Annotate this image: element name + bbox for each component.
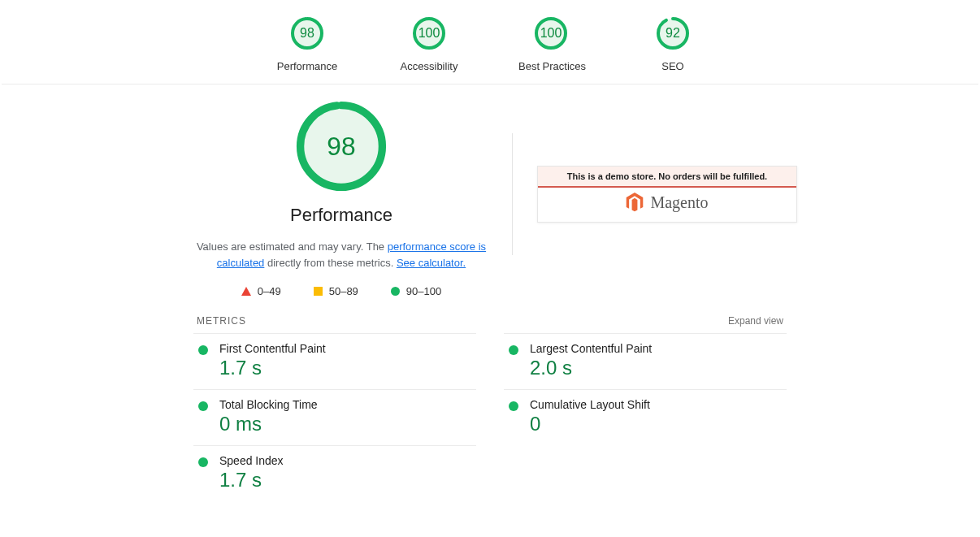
legend-average: 50–89 [314,285,358,297]
gauge-label: SEO [640,60,705,72]
demo-store-banner: This is a demo store. No orders will be … [538,167,796,188]
score-gauges-row: 98Performance100Accessibility100Best Pra… [0,0,980,84]
see-calculator-link[interactable]: See calculator. [397,257,466,269]
performance-title: Performance [195,205,488,226]
pass-dot-icon [509,401,518,411]
metric-total-blocking-time: Total Blocking Time0 ms [193,389,476,445]
gauge-label: Accessibility [397,60,462,72]
metric-first-contentful-paint: First Contentful Paint1.7 s [193,333,476,389]
expand-view-toggle[interactable]: Expand view [728,315,783,327]
circle-icon [391,287,400,296]
pass-dot-icon [198,345,208,355]
performance-score-large: 98 [327,132,355,161]
metric-cumulative-layout-shift: Cumulative Layout Shift0 [504,389,787,445]
gauge-score: 100 [418,26,440,40]
performance-notes: Values are estimated and may vary. The p… [195,239,488,271]
square-icon [314,287,323,296]
metrics-grid: First Contentful Paint1.7 sLargest Conte… [0,333,980,518]
metric-value: 0 [530,413,650,435]
performance-gauge-large: 98 [195,101,488,195]
legend-pass-range: 90–100 [406,285,441,297]
metric-value: 1.7 s [219,469,284,492]
notes-middle: directly from these metrics. [264,257,397,269]
pass-dot-icon [198,401,208,411]
magento-icon [626,193,644,212]
metric-speed-index: Speed Index1.7 s [193,445,476,501]
gauge-label: Best Practices [518,60,583,72]
legend-average-range: 50–89 [329,285,358,297]
metric-value: 2.0 s [530,357,652,379]
metric-value: 1.7 s [219,357,326,379]
page-preview-thumbnail: This is a demo store. No orders will be … [537,166,797,223]
triangle-icon [241,287,251,296]
pass-dot-icon [509,345,518,355]
metric-name: Largest Contentful Paint [530,342,652,355]
gauge-score: 98 [300,26,314,40]
metric-name: Speed Index [219,454,284,467]
gauge-accessibility[interactable]: 100Accessibility [397,15,462,72]
pass-dot-icon [198,457,208,467]
magento-wordmark: Magento [650,193,708,212]
metric-name: Total Blocking Time [219,398,318,411]
notes-prefix: Values are estimated and may vary. The [197,240,388,253]
gauge-best-practices[interactable]: 100Best Practices [518,15,583,72]
metric-name: First Contentful Paint [219,342,326,355]
legend-pass: 90–100 [391,285,441,297]
metric-largest-contentful-paint: Largest Contentful Paint2.0 s [504,333,787,389]
gauge-seo[interactable]: 92SEO [640,15,705,72]
gauge-score: 92 [666,26,680,40]
magento-logo: Magento [538,188,796,212]
metrics-heading: METRICS [197,315,246,327]
gauge-label: Performance [275,60,340,72]
metric-value: 0 ms [219,413,318,435]
gauge-score: 100 [540,26,562,40]
metric-name: Cumulative Layout Shift [530,398,650,411]
gauge-performance[interactable]: 98Performance [275,15,340,72]
score-legend: 0–49 50–89 90–100 [195,285,488,297]
legend-fail-range: 0–49 [258,285,281,297]
legend-fail: 0–49 [241,285,281,297]
